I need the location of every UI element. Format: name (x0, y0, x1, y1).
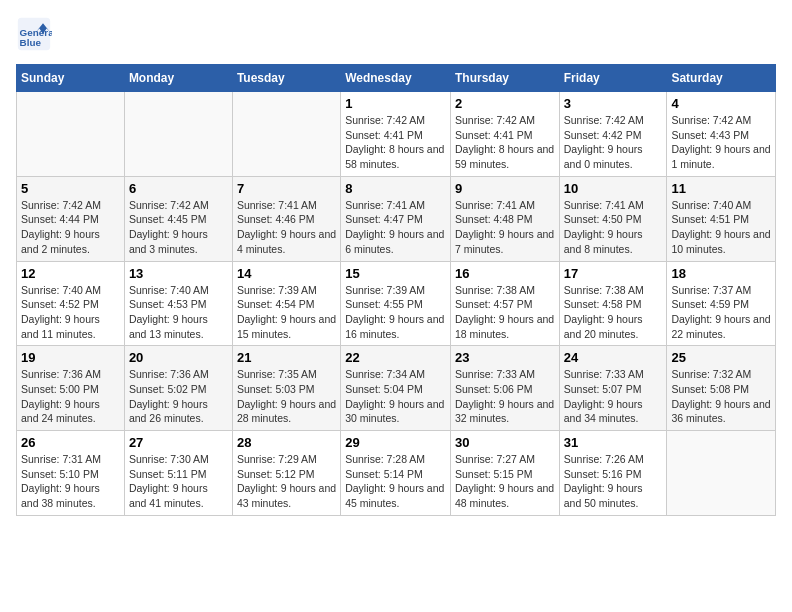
day-info: Sunrise: 7:37 AM Sunset: 4:59 PM Dayligh… (671, 283, 771, 342)
day-info: Sunrise: 7:41 AM Sunset: 4:46 PM Dayligh… (237, 198, 336, 257)
day-number: 10 (564, 181, 663, 196)
day-info: Sunrise: 7:26 AM Sunset: 5:16 PM Dayligh… (564, 452, 663, 511)
calendar-cell: 27Sunrise: 7:30 AM Sunset: 5:11 PM Dayli… (124, 431, 232, 516)
day-number: 25 (671, 350, 771, 365)
day-info: Sunrise: 7:38 AM Sunset: 4:58 PM Dayligh… (564, 283, 663, 342)
day-info: Sunrise: 7:40 AM Sunset: 4:53 PM Dayligh… (129, 283, 228, 342)
day-number: 26 (21, 435, 120, 450)
day-number: 28 (237, 435, 336, 450)
weekday-header-row: SundayMondayTuesdayWednesdayThursdayFrid… (17, 65, 776, 92)
calendar-cell: 26Sunrise: 7:31 AM Sunset: 5:10 PM Dayli… (17, 431, 125, 516)
logo-icon: General Blue (16, 16, 52, 52)
day-number: 7 (237, 181, 336, 196)
day-number: 3 (564, 96, 663, 111)
weekday-header-sunday: Sunday (17, 65, 125, 92)
day-number: 17 (564, 266, 663, 281)
day-number: 21 (237, 350, 336, 365)
weekday-header-saturday: Saturday (667, 65, 776, 92)
calendar-cell: 21Sunrise: 7:35 AM Sunset: 5:03 PM Dayli… (232, 346, 340, 431)
calendar-cell: 17Sunrise: 7:38 AM Sunset: 4:58 PM Dayli… (559, 261, 667, 346)
day-number: 8 (345, 181, 446, 196)
page-header: General Blue (16, 16, 776, 52)
day-info: Sunrise: 7:39 AM Sunset: 4:54 PM Dayligh… (237, 283, 336, 342)
calendar-cell: 6Sunrise: 7:42 AM Sunset: 4:45 PM Daylig… (124, 176, 232, 261)
day-number: 14 (237, 266, 336, 281)
day-number: 23 (455, 350, 555, 365)
day-number: 12 (21, 266, 120, 281)
day-info: Sunrise: 7:32 AM Sunset: 5:08 PM Dayligh… (671, 367, 771, 426)
day-info: Sunrise: 7:40 AM Sunset: 4:52 PM Dayligh… (21, 283, 120, 342)
day-info: Sunrise: 7:39 AM Sunset: 4:55 PM Dayligh… (345, 283, 446, 342)
day-number: 20 (129, 350, 228, 365)
calendar-cell: 13Sunrise: 7:40 AM Sunset: 4:53 PM Dayli… (124, 261, 232, 346)
calendar-cell: 23Sunrise: 7:33 AM Sunset: 5:06 PM Dayli… (450, 346, 559, 431)
calendar-cell: 8Sunrise: 7:41 AM Sunset: 4:47 PM Daylig… (341, 176, 451, 261)
day-info: Sunrise: 7:41 AM Sunset: 4:50 PM Dayligh… (564, 198, 663, 257)
calendar-cell: 22Sunrise: 7:34 AM Sunset: 5:04 PM Dayli… (341, 346, 451, 431)
calendar-cell: 2Sunrise: 7:42 AM Sunset: 4:41 PM Daylig… (450, 92, 559, 177)
calendar-cell: 4Sunrise: 7:42 AM Sunset: 4:43 PM Daylig… (667, 92, 776, 177)
weekday-header-tuesday: Tuesday (232, 65, 340, 92)
calendar-cell: 31Sunrise: 7:26 AM Sunset: 5:16 PM Dayli… (559, 431, 667, 516)
calendar-cell: 12Sunrise: 7:40 AM Sunset: 4:52 PM Dayli… (17, 261, 125, 346)
calendar-cell: 1Sunrise: 7:42 AM Sunset: 4:41 PM Daylig… (341, 92, 451, 177)
day-number: 30 (455, 435, 555, 450)
calendar-cell: 18Sunrise: 7:37 AM Sunset: 4:59 PM Dayli… (667, 261, 776, 346)
calendar-cell (232, 92, 340, 177)
day-info: Sunrise: 7:34 AM Sunset: 5:04 PM Dayligh… (345, 367, 446, 426)
day-number: 24 (564, 350, 663, 365)
day-info: Sunrise: 7:33 AM Sunset: 5:07 PM Dayligh… (564, 367, 663, 426)
day-number: 9 (455, 181, 555, 196)
calendar-cell: 25Sunrise: 7:32 AM Sunset: 5:08 PM Dayli… (667, 346, 776, 431)
calendar-cell: 7Sunrise: 7:41 AM Sunset: 4:46 PM Daylig… (232, 176, 340, 261)
day-info: Sunrise: 7:42 AM Sunset: 4:45 PM Dayligh… (129, 198, 228, 257)
calendar-cell (124, 92, 232, 177)
day-number: 5 (21, 181, 120, 196)
day-info: Sunrise: 7:30 AM Sunset: 5:11 PM Dayligh… (129, 452, 228, 511)
calendar-cell: 14Sunrise: 7:39 AM Sunset: 4:54 PM Dayli… (232, 261, 340, 346)
day-number: 6 (129, 181, 228, 196)
day-number: 2 (455, 96, 555, 111)
weekday-header-wednesday: Wednesday (341, 65, 451, 92)
calendar-cell: 10Sunrise: 7:41 AM Sunset: 4:50 PM Dayli… (559, 176, 667, 261)
day-info: Sunrise: 7:36 AM Sunset: 5:00 PM Dayligh… (21, 367, 120, 426)
day-number: 11 (671, 181, 771, 196)
calendar-cell (667, 431, 776, 516)
day-info: Sunrise: 7:36 AM Sunset: 5:02 PM Dayligh… (129, 367, 228, 426)
week-row-5: 26Sunrise: 7:31 AM Sunset: 5:10 PM Dayli… (17, 431, 776, 516)
week-row-2: 5Sunrise: 7:42 AM Sunset: 4:44 PM Daylig… (17, 176, 776, 261)
day-number: 19 (21, 350, 120, 365)
logo: General Blue (16, 16, 56, 52)
day-info: Sunrise: 7:41 AM Sunset: 4:48 PM Dayligh… (455, 198, 555, 257)
svg-text:Blue: Blue (20, 37, 42, 48)
calendar-table: SundayMondayTuesdayWednesdayThursdayFrid… (16, 64, 776, 516)
day-info: Sunrise: 7:41 AM Sunset: 4:47 PM Dayligh… (345, 198, 446, 257)
day-info: Sunrise: 7:38 AM Sunset: 4:57 PM Dayligh… (455, 283, 555, 342)
week-row-1: 1Sunrise: 7:42 AM Sunset: 4:41 PM Daylig… (17, 92, 776, 177)
weekday-header-thursday: Thursday (450, 65, 559, 92)
calendar-cell: 15Sunrise: 7:39 AM Sunset: 4:55 PM Dayli… (341, 261, 451, 346)
day-number: 16 (455, 266, 555, 281)
calendar-cell: 16Sunrise: 7:38 AM Sunset: 4:57 PM Dayli… (450, 261, 559, 346)
day-number: 13 (129, 266, 228, 281)
day-info: Sunrise: 7:40 AM Sunset: 4:51 PM Dayligh… (671, 198, 771, 257)
day-info: Sunrise: 7:33 AM Sunset: 5:06 PM Dayligh… (455, 367, 555, 426)
weekday-header-monday: Monday (124, 65, 232, 92)
calendar-cell: 5Sunrise: 7:42 AM Sunset: 4:44 PM Daylig… (17, 176, 125, 261)
weekday-header-friday: Friday (559, 65, 667, 92)
calendar-cell: 24Sunrise: 7:33 AM Sunset: 5:07 PM Dayli… (559, 346, 667, 431)
day-number: 31 (564, 435, 663, 450)
day-number: 4 (671, 96, 771, 111)
week-row-4: 19Sunrise: 7:36 AM Sunset: 5:00 PM Dayli… (17, 346, 776, 431)
day-info: Sunrise: 7:42 AM Sunset: 4:44 PM Dayligh… (21, 198, 120, 257)
day-number: 18 (671, 266, 771, 281)
day-info: Sunrise: 7:31 AM Sunset: 5:10 PM Dayligh… (21, 452, 120, 511)
calendar-cell (17, 92, 125, 177)
calendar-cell: 9Sunrise: 7:41 AM Sunset: 4:48 PM Daylig… (450, 176, 559, 261)
day-info: Sunrise: 7:42 AM Sunset: 4:41 PM Dayligh… (455, 113, 555, 172)
day-number: 27 (129, 435, 228, 450)
calendar-cell: 30Sunrise: 7:27 AM Sunset: 5:15 PM Dayli… (450, 431, 559, 516)
week-row-3: 12Sunrise: 7:40 AM Sunset: 4:52 PM Dayli… (17, 261, 776, 346)
day-info: Sunrise: 7:42 AM Sunset: 4:42 PM Dayligh… (564, 113, 663, 172)
day-info: Sunrise: 7:28 AM Sunset: 5:14 PM Dayligh… (345, 452, 446, 511)
